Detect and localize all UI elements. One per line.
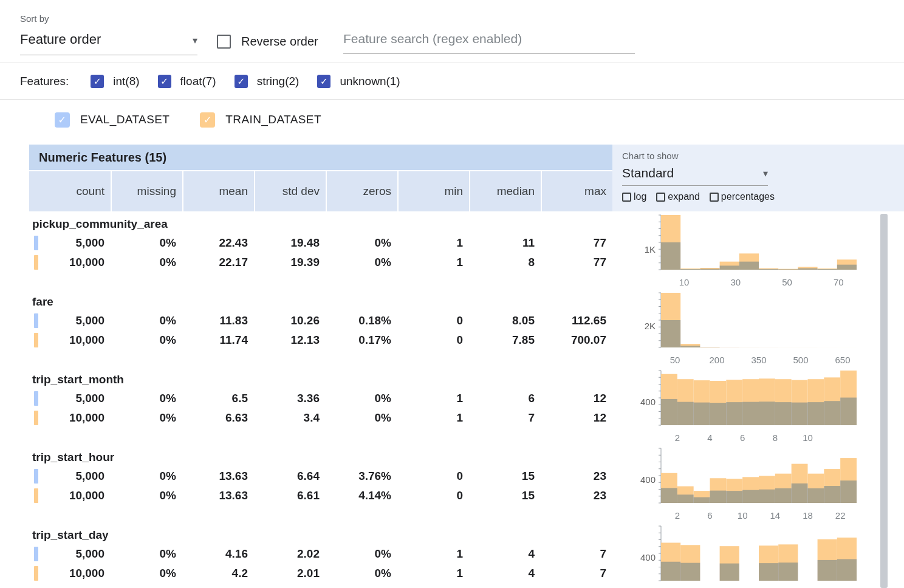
stat-zeros: 3.76% (327, 467, 397, 486)
stat-mean: 6.63 (183, 408, 254, 428)
stat-median: 4 (470, 544, 541, 564)
stat-zeros: 0.18% (327, 311, 397, 330)
stat-zeros: 4.14% (327, 486, 397, 505)
stat-mean: 4.2 (183, 564, 254, 583)
checkbox-unchecked-icon (217, 35, 231, 49)
table-header: Numeric Features (15) countmissingmeanst… (29, 145, 904, 211)
sort-by-value: Feature order (20, 32, 101, 47)
dataset-checkbox[interactable]: ✓ EVAL_DATASET (55, 112, 170, 128)
svg-text:4: 4 (707, 432, 712, 443)
dataset-label: EVAL_DATASET (80, 113, 170, 126)
chart-option-label: expand (668, 191, 700, 202)
svg-text:6: 6 (707, 510, 712, 521)
stat-zeros: 0% (327, 233, 397, 253)
chart-type-select[interactable]: Standard ▾ (622, 161, 768, 186)
feature-list: pickup_community_area 5,0000%22.4319.480… (29, 211, 904, 588)
stat-min: 1 (399, 253, 469, 272)
stat-median: 4 (470, 564, 541, 583)
reverse-order-checkbox[interactable]: Reverse order (217, 35, 318, 49)
feature-name: fare (29, 293, 612, 311)
reverse-order-label: Reverse order (241, 35, 318, 49)
chevron-down-icon: ▾ (763, 169, 768, 180)
histogram-chart: 400 (620, 522, 860, 588)
chart-option-toggle[interactable]: log (622, 191, 646, 202)
svg-text:500: 500 (793, 355, 808, 365)
stats-row-train_dataset: 10,0000%11.7412.130.17%07.85700.07 (29, 330, 612, 350)
histogram-chart: 1K10305070 (620, 211, 860, 289)
dataset-swatch (34, 411, 38, 425)
chart-option-toggle[interactable]: percentages (710, 191, 775, 202)
stat-max: 23 (542, 467, 612, 486)
feature-histogram: 2K50200350500650 (612, 289, 904, 367)
checkbox-unchecked-icon (622, 193, 631, 202)
feature-type-filter-row: Features: ✓ int(8) ✓ float(7) ✓ string(2… (0, 63, 904, 100)
chart-toggle-row: log expand percentages (622, 191, 904, 202)
stats-row-eval_dataset: 5,0000%4.162.020%147 (29, 544, 612, 564)
stat-zeros: 0% (327, 544, 397, 564)
dataset-swatch (34, 547, 38, 561)
check-icon: ✓ (204, 114, 212, 126)
svg-text:8: 8 (773, 432, 778, 443)
facets-overview: Sort by Feature order ▾ Reverse order Fe… (0, 0, 904, 588)
stat-min: 1 (399, 544, 469, 564)
chart-option-toggle[interactable]: expand (656, 191, 700, 202)
stat-count: 10,000 (29, 408, 111, 428)
stat-max: 700.07 (542, 330, 612, 350)
feature-histogram: 400 (612, 522, 904, 588)
stat-std-dev: 3.4 (255, 408, 326, 428)
column-header-mean: mean (183, 171, 254, 211)
feature-row: trip_start_day 5,0000%4.162.020%14710,00… (29, 522, 904, 588)
column-header-max: max (542, 171, 612, 211)
dataset-swatch (34, 333, 38, 347)
dataset-label: TRAIN_DATASET (225, 113, 321, 126)
feature-name: trip_start_month (29, 371, 612, 389)
stat-count: 10,000 (29, 564, 111, 583)
svg-text:200: 200 (709, 355, 724, 365)
svg-text:400: 400 (640, 397, 656, 407)
stat-mean: 11.83 (183, 311, 254, 330)
feature-type-label: unknown(1) (340, 75, 400, 88)
svg-text:10: 10 (738, 510, 748, 521)
svg-text:50: 50 (782, 277, 792, 287)
stat-missing: 0% (112, 389, 182, 408)
stat-zeros: 0% (327, 253, 397, 272)
sort-by-select[interactable]: Feature order ▾ (20, 32, 197, 55)
stat-median: 15 (470, 467, 541, 486)
feature-type-checkbox[interactable]: ✓ string(2) (235, 75, 300, 88)
checkbox-checked-icon: ✓ (317, 75, 330, 88)
feature-type-checkbox[interactable]: ✓ float(7) (158, 75, 216, 88)
stat-std-dev: 12.13 (255, 330, 326, 350)
svg-text:2: 2 (675, 510, 680, 521)
stat-count: 5,000 (29, 467, 111, 486)
stats-row-train_dataset: 10,0000%13.636.614.14%01523 (29, 486, 612, 505)
stat-std-dev: 10.26 (255, 311, 326, 330)
stat-zeros: 0.17% (327, 330, 397, 350)
dataset-swatch (34, 469, 38, 484)
stat-mean: 13.63 (183, 467, 254, 486)
dataset-legend: ✓ EVAL_DATASET ✓ TRAIN_DATASET (0, 100, 904, 140)
feature-search-input[interactable] (343, 30, 635, 54)
column-header-min: min (399, 171, 469, 211)
stat-min: 0 (399, 467, 469, 486)
feature-histogram: 4002610141822 (612, 445, 904, 522)
chart-type-value: Standard (622, 166, 674, 180)
vertical-scrollbar[interactable] (880, 214, 888, 588)
feature-type-checkbox[interactable]: ✓ unknown(1) (317, 75, 400, 88)
stat-missing: 0% (112, 330, 182, 350)
svg-text:18: 18 (803, 510, 813, 521)
check-icon: ✓ (160, 76, 168, 87)
check-icon: ✓ (94, 76, 101, 87)
dataset-checkbox[interactable]: ✓ TRAIN_DATASET (200, 112, 321, 128)
stat-max: 23 (542, 486, 612, 505)
stat-count: 10,000 (29, 486, 111, 505)
stat-mean: 4.16 (183, 544, 254, 564)
histogram-chart: 2K50200350500650 (620, 289, 860, 367)
stat-count: 10,000 (29, 330, 111, 350)
dataset-swatch (34, 488, 38, 503)
checkbox-unchecked-icon (656, 193, 665, 202)
stat-missing: 0% (112, 486, 182, 505)
stats-row-eval_dataset: 5,0000%13.636.643.76%01523 (29, 467, 612, 486)
checkbox-checked-icon: ✓ (235, 75, 248, 88)
column-header-zeros: zeros (327, 171, 397, 211)
feature-type-checkbox[interactable]: ✓ int(8) (91, 75, 139, 88)
